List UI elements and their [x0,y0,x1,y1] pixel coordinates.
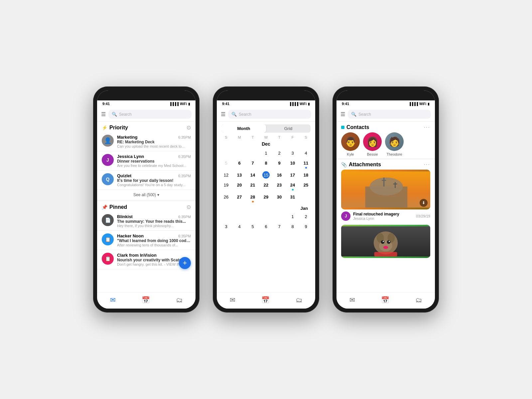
signal-icon-cal: ▐▐▐▐ [289,102,298,106]
attachment-card-church: ⬇ J Final retouched imagery Jessica Lynn… [341,170,430,221]
dow-s1: S [219,135,233,139]
dow-t2: T [273,135,286,139]
download-church-button[interactable]: ⬇ [420,199,428,207]
cal-day-dec22[interactable]: 22 [259,180,273,192]
cal-day-dec16[interactable]: 16 [273,170,286,180]
con-search-box[interactable]: 🔍 Search [348,110,431,119]
status-bar-mail: 9:41 ▐▐▐▐ WiFi ▮ [97,100,196,107]
subject-jessica: Dinner reservations [117,159,191,164]
cal-day-dec6[interactable]: 6 [233,158,246,170]
cal-day-jan1[interactable]: 1 [286,211,299,221]
avatar-theodore: 🧑 [385,132,404,151]
cal-day-jan8[interactable]: 8 [286,221,299,231]
cal-day-jan3[interactable]: 3 [219,221,233,231]
tab-calendar-icon[interactable]: 📅 [142,296,150,304]
cal-day-dec25[interactable]: 25 [299,180,313,192]
tab-calendar-icon-con[interactable]: 📅 [381,296,389,304]
cal-day-dec1[interactable]: 1 [259,148,273,158]
time-jessica: 6:35PM [178,155,191,159]
mail-item-blinkist[interactable]: 📄 Blinkist 6:35PM The summary: Your free… [97,211,196,231]
preview-quizlet: Congratulations! You're on a 5 day study… [117,183,191,187]
cal-day-dec13[interactable]: 13 [233,170,246,180]
subject-quizlet: It's time for your daily lesson! [117,178,191,183]
cal-day-dec4[interactable]: 4 [299,148,313,158]
cal-day-dec29[interactable]: 29 [259,192,273,204]
cal-day-dec18[interactable]: 18 [299,170,313,180]
cal-day-dec15-today[interactable]: 15 [259,170,273,180]
contact-kyle[interactable]: 👨 Kyle [341,132,360,156]
tab-grid[interactable]: Grid [266,124,311,133]
con-content: ☰ 🔍 Search Contacts ··· [336,107,435,309]
pinned-check[interactable]: ⊙ [187,204,191,210]
cal-day-dec21[interactable]: 21 [246,180,259,192]
cal-dow-row: S M T W T F S [219,135,313,139]
cal-day-jan-e1 [219,211,233,221]
tab-calendar-icon-cal[interactable]: 📅 [261,296,270,304]
cal-day-jan7[interactable]: 7 [273,221,286,231]
hamburger-icon[interactable]: ☰ [101,111,106,117]
cal-day-dec3[interactable]: 3 [286,148,299,158]
tab-folder-icon[interactable]: 🗂 [176,296,183,304]
mail-item-quizlet[interactable]: Q Quizlet 6:35PM It's time for your dail… [97,171,196,190]
cal-day-dec8[interactable]: 8 [259,158,273,170]
cal-day-dec10[interactable]: 10 [286,158,299,170]
cal-day-dec14[interactable]: 14 [246,170,259,180]
cal-day-dec30[interactable]: 30 [273,192,286,204]
search-box[interactable]: 🔍 Search [108,110,192,119]
name-theodore: Theodore [386,152,402,156]
cal-day-dec12[interactable]: 12 [219,170,233,180]
cal-hamburger-icon[interactable]: ☰ [221,111,225,117]
cal-day-dec19[interactable]: 19 [219,180,233,192]
cal-day-dec7[interactable]: 7 [246,158,259,170]
cal-search-icon: 🔍 [231,112,237,117]
phone-mail: 9:41 ▐▐▐▐ WiFi ▮ ☰ 🔍 Search [93,86,200,313]
attachments-more-button[interactable]: ··· [424,162,430,168]
cal-day-dec20[interactable]: 20 [233,180,246,192]
compose-button[interactable]: + [179,257,191,269]
contact-bessie[interactable]: 👩 Bessie [363,132,382,156]
cal-day-dec11[interactable]: 11 [299,158,313,170]
cal-day-dec26[interactable]: 26 [219,192,233,204]
cal-day-dec27[interactable]: 27 [233,192,246,204]
cal-day-jan6[interactable]: 6 [259,221,273,231]
cal-search-box[interactable]: 🔍 Search [228,110,311,119]
contacts-more-button[interactable]: ··· [424,124,430,130]
attachments-title: 📎 Attachments [341,162,381,168]
cal-day-dec2[interactable]: 2 [273,148,286,158]
tab-folder-icon-cal[interactable]: 🗂 [296,296,302,304]
mail-item-jessica[interactable]: J Jessica Lynn 6:35PM Dinner reservation… [97,151,196,171]
cal-day-jan2[interactable]: 2 [299,211,313,221]
con-hamburger-icon[interactable]: ☰ [340,111,345,117]
mail-body-jessica: Jessica Lynn 6:35PM Dinner reservations … [117,154,191,168]
cal-week-jan2: 3 4 5 6 7 8 9 [219,221,313,231]
pinned-title: 📌 Pinned [102,204,127,210]
cal-grid: S M T W T F S Dec 1 [217,135,315,231]
cal-day-jan4[interactable]: 4 [233,221,246,231]
avatar-marketing: 👤 [102,135,114,147]
cal-day-dec24[interactable]: 24 [286,180,299,192]
attachments-section: 📎 Attachments ··· [336,160,435,261]
cal-day-jan9[interactable]: 9 [299,221,313,231]
contact-theodore[interactable]: 🧑 Theodore [385,132,404,156]
tab-mail-icon-con[interactable]: ✉ [349,296,355,304]
attachment-info-church: Final retouched imagery Jessica Lynn [353,212,413,220]
notch-area-cal [217,90,315,100]
cal-day-jan5[interactable]: 5 [246,221,259,231]
mail-item-marketing[interactable]: 👤 Marketing 6:35PM RE: Marketing Deck Ca… [97,132,196,151]
cal-day-dec17[interactable]: 17 [286,170,299,180]
cal-day-dec31[interactable]: 31 [286,192,299,204]
cal-day-dec28[interactable]: 28 [246,192,259,204]
cal-day-dec5[interactable]: 5 [219,158,233,170]
tab-mail-icon-cal[interactable]: ✉ [230,296,235,304]
mail-item-clark[interactable]: 📋 Clark from InVision Nourish your creat… [97,250,196,269]
cal-day-dec23[interactable]: 23 [273,180,286,192]
tab-mail-icon[interactable]: ✉ [110,296,116,304]
priority-check[interactable]: ⊙ [187,124,191,131]
tab-folder-icon-con[interactable]: 🗂 [415,296,422,304]
subject-blinkist: The summary: Your free reads this... [117,219,191,224]
tab-month[interactable]: Month [221,124,266,133]
tab-bar-mail: ✉ 📅 🗂 [97,292,196,309]
see-all-button[interactable]: See all (500) ▾ [97,190,196,200]
mail-item-hackernoon[interactable]: 📋 Hacker Noon 6:35PM "What I learned fro… [97,231,196,250]
cal-day-dec9[interactable]: 9 [273,158,286,170]
